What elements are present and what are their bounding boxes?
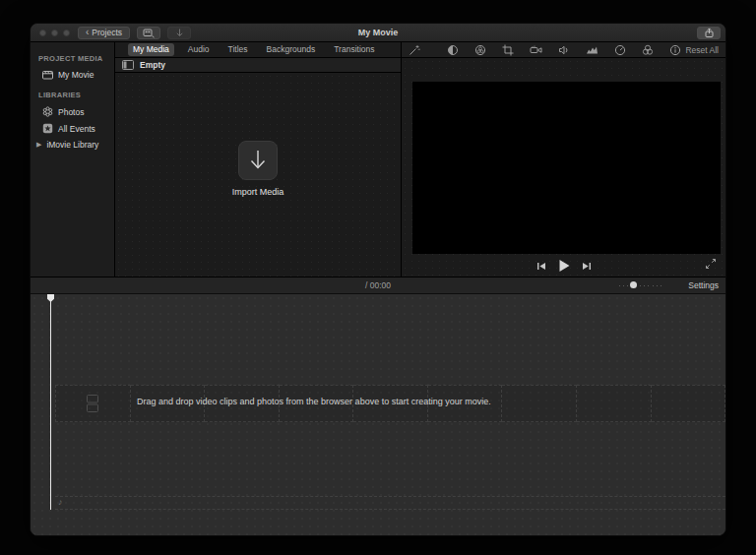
browser-status-label: Empty (140, 60, 165, 70)
volume-icon[interactable] (558, 44, 570, 56)
sidebar-item-my-movie[interactable]: My Movie (31, 67, 114, 83)
enhance-wand-icon[interactable] (409, 44, 420, 56)
import-media-button[interactable] (238, 141, 278, 180)
sidebar: PROJECT MEDIA My Movie LIBRARIES (31, 42, 114, 277)
timeline-hint-text: Drag and drop video clips and photos fro… (137, 397, 491, 406)
playhead-handle[interactable] (47, 294, 54, 302)
video-preview (412, 82, 721, 254)
sidebar-item-label: My Movie (58, 70, 94, 80)
viewer-area (402, 58, 725, 277)
minimize-button[interactable] (51, 30, 58, 36)
clip-placeholder[interactable] (577, 385, 652, 422)
timeline-toolbar: / 00:00 Settings (31, 278, 725, 294)
desktop-background: ‹ Projects My Movie (0, 0, 756, 555)
crop-icon[interactable] (502, 44, 514, 56)
share-icon (704, 28, 715, 38)
browser-header: Empty (115, 58, 401, 73)
down-arrow-icon (247, 149, 269, 172)
background-music-well (55, 496, 725, 510)
camera-icon (143, 28, 156, 38)
sidebar-item-label: All Events (58, 124, 95, 134)
clapperboard-icon (42, 70, 53, 80)
tab-my-media[interactable]: My Media (128, 43, 174, 55)
media-browser-pane: My Media Audio Titles Backgrounds Transi… (115, 42, 401, 277)
import-down-arrow-icon (174, 28, 185, 38)
sidebar-section-project-media: PROJECT MEDIA (31, 54, 114, 67)
chevron-left-icon: ‹ (86, 28, 89, 37)
import-media-label: Import Media (232, 187, 284, 197)
viewer-toolbar: Reset All (402, 42, 725, 58)
noise-reduction-icon[interactable] (586, 44, 598, 56)
stabilization-icon[interactable] (530, 44, 542, 56)
playback-controls (536, 259, 592, 273)
play-icon[interactable] (557, 259, 570, 273)
previous-frame-icon[interactable] (536, 261, 546, 272)
timeline: Drag and drop video clips and photos fro… (31, 294, 725, 536)
tab-transitions[interactable]: Transitions (329, 43, 379, 55)
window-title: My Movie (358, 28, 399, 37)
main-content: PROJECT MEDIA My Movie LIBRARIES (31, 42, 725, 278)
sidebar-item-imovie-library[interactable]: ▶ iMovie Library (31, 137, 114, 153)
close-button[interactable] (39, 30, 46, 36)
tab-titles[interactable]: Titles (223, 43, 253, 55)
star-icon (42, 123, 53, 134)
zoom-button[interactable] (63, 30, 70, 36)
speed-icon[interactable] (614, 44, 626, 56)
viewer-pane: Reset All (402, 42, 725, 277)
split-view-icon[interactable] (122, 60, 134, 70)
window-controls (31, 30, 78, 36)
timecode-display: / 00:00 (365, 280, 391, 290)
sidebar-section-libraries: LIBRARIES (31, 91, 114, 103)
tab-audio[interactable]: Audio (183, 43, 215, 55)
filmstrip-icon (86, 394, 99, 413)
next-frame-icon[interactable] (581, 261, 592, 272)
sidebar-item-all-events[interactable]: All Events (31, 120, 114, 137)
music-note-icon: ♪ (58, 498, 63, 507)
playhead[interactable] (50, 294, 51, 510)
camera-import-button[interactable] (137, 27, 160, 39)
sidebar-item-photos[interactable]: Photos (31, 103, 114, 120)
media-browser-area: Import Media (115, 73, 401, 277)
effects-icon[interactable] (642, 44, 654, 56)
share-button[interactable] (697, 27, 721, 39)
timeline-zoom-slider[interactable] (619, 284, 664, 287)
slider-thumb[interactable] (630, 281, 637, 288)
sidebar-item-label: Photos (58, 107, 84, 117)
projects-back-button[interactable]: ‹ Projects (78, 27, 130, 39)
timeline-settings-button[interactable]: Settings (688, 280, 719, 290)
clip-placeholder[interactable] (55, 385, 131, 422)
browser-tabbar: My Media Audio Titles Backgrounds Transi… (115, 42, 401, 58)
color-balance-icon[interactable] (447, 44, 459, 56)
import-media-toolbar-button[interactable] (167, 27, 191, 39)
imovie-window: ‹ Projects My Movie (30, 23, 726, 536)
clip-placeholder[interactable] (502, 385, 577, 422)
info-icon[interactable] (669, 44, 681, 56)
fullscreen-icon[interactable] (705, 258, 717, 270)
sidebar-item-label: iMovie Library (46, 140, 98, 150)
photos-flower-icon (42, 106, 53, 117)
projects-back-label: Projects (92, 29, 122, 37)
reset-all-button[interactable]: Reset All (685, 45, 719, 55)
tab-backgrounds[interactable]: Backgrounds (262, 43, 321, 55)
disclosure-triangle-icon[interactable]: ▶ (36, 141, 41, 149)
clip-placeholder[interactable] (652, 385, 726, 422)
color-correction-icon[interactable] (474, 44, 486, 56)
titlebar: ‹ Projects My Movie (31, 24, 725, 42)
